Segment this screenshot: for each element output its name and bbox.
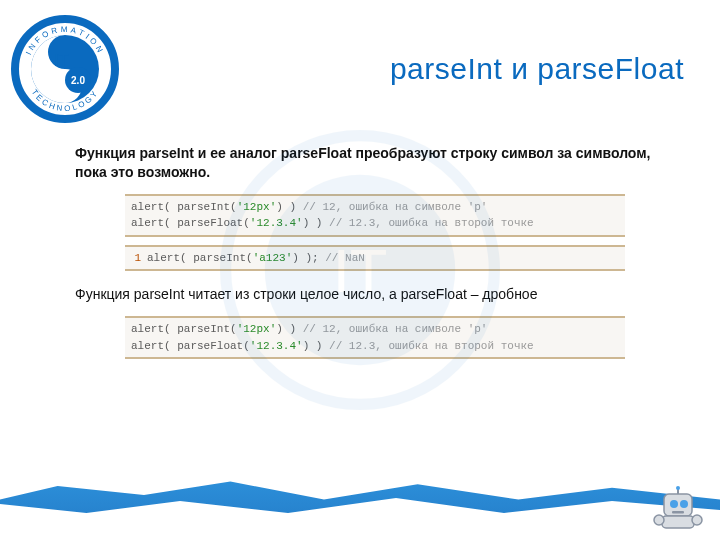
svg-point-15 bbox=[676, 486, 680, 490]
svg-text:IT: IT bbox=[54, 52, 68, 69]
paragraph-intro: Функция parseInt и ее аналог parseFloat … bbox=[75, 144, 665, 182]
it-logo: INFORMATION TECHNOLOGY IT 2.0 bbox=[10, 14, 120, 124]
slide-title: parseInt и parseFloat bbox=[120, 52, 684, 86]
svg-point-12 bbox=[680, 500, 688, 508]
svg-point-11 bbox=[670, 500, 678, 508]
paragraph-explain: Функция parseInt читает из строки целое … bbox=[75, 285, 665, 304]
code-block-3: alert( parseInt('12px') ) // 12, ошибка … bbox=[125, 316, 625, 359]
svg-point-17 bbox=[654, 515, 664, 525]
svg-rect-16 bbox=[662, 516, 694, 528]
code-block-1: alert( parseInt('12px') ) // 12, ошибка … bbox=[125, 194, 625, 237]
slide-header: INFORMATION TECHNOLOGY IT 2.0 parseInt и… bbox=[0, 0, 720, 134]
svg-point-18 bbox=[692, 515, 702, 525]
slide-body: Функция parseInt и ее аналог parseFloat … bbox=[0, 134, 720, 359]
robot-icon bbox=[650, 486, 706, 532]
code-block-2: 1alert( parseInt('a123') ); // NaN bbox=[125, 245, 625, 272]
svg-text:2.0: 2.0 bbox=[71, 75, 85, 86]
svg-rect-13 bbox=[672, 511, 684, 514]
